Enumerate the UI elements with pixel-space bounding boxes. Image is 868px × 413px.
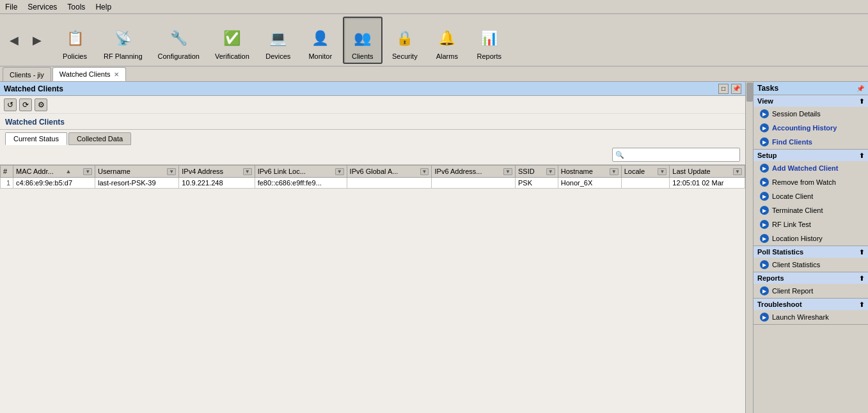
col-sort-mac[interactable]: ▲ <box>65 168 71 175</box>
section-item-locate-client[interactable]: ▶Locate Client <box>754 189 868 203</box>
section-item-session-details[interactable]: ▶Session Details <box>754 107 868 121</box>
section-collapse-reports[interactable]: ⬆ <box>859 275 864 282</box>
toolbar-btn-verification[interactable]: ✅ Verification <box>209 17 256 64</box>
section-label-poll-statistics: Poll Statistics <box>757 248 803 256</box>
policies-icon: 📋 <box>63 27 86 50</box>
settings-button[interactable]: ⚙ <box>35 98 47 111</box>
panel-maximize-button[interactable]: □ <box>718 84 729 94</box>
col-ipv6link[interactable]: IPv6 Link Loc...▼ <box>255 166 347 178</box>
section-collapse-troubleshoot[interactable]: ⬆ <box>859 301 864 308</box>
section-item-find-clients[interactable]: ▶Find Clients <box>754 135 868 149</box>
col-username[interactable]: Username▼ <box>95 166 179 178</box>
reload-button[interactable]: ⟳ <box>19 98 32 111</box>
item-label-session-details: Session Details <box>772 110 821 118</box>
scrollbar-thumb[interactable] <box>746 82 753 102</box>
col-dropdown-lastupdate[interactable]: ▼ <box>733 168 742 175</box>
item-label-add-watched-client: Add Watched Client <box>772 164 838 172</box>
menu-services[interactable]: Services <box>22 1 62 13</box>
policies-label: Policies <box>63 52 87 60</box>
alarms-label: Alarms <box>436 52 458 60</box>
col-dropdown-ipv6addr[interactable]: ▼ <box>503 168 512 175</box>
col-dropdown-ipv6link[interactable]: ▼ <box>335 168 344 175</box>
col-dropdown-ipv6global[interactable]: ▼ <box>420 168 429 175</box>
toolbar-btn-devices[interactable]: 💻 Devices <box>258 17 298 64</box>
refresh-button[interactable]: ↺ <box>4 98 17 111</box>
item-icon-terminate-client: ▶ <box>760 206 769 215</box>
section-item-rf-link-test[interactable]: ▶RF Link Test <box>754 217 868 231</box>
section-troubleshoot: Troubleshoot⬆▶Launch Wireshark <box>754 299 868 325</box>
cell-ipv6addr <box>432 178 515 189</box>
search-input[interactable] <box>612 148 740 162</box>
section-item-accounting-history[interactable]: ▶Accounting History <box>754 121 868 135</box>
col-dropdown-locale[interactable]: ▼ <box>658 168 667 175</box>
col-ipv4[interactable]: IPv4 Address▼ <box>179 166 255 178</box>
item-icon-remove-from-watch: ▶ <box>760 178 769 187</box>
menu-file[interactable]: File <box>0 1 22 13</box>
item-label-remove-from-watch: Remove from Watch <box>772 178 836 186</box>
toolbar-btn-security[interactable]: 🔒 Security <box>385 17 425 64</box>
section-collapse-poll-statistics[interactable]: ⬆ <box>859 249 864 256</box>
section-item-add-watched-client[interactable]: ▶Add Watched Client <box>754 161 868 175</box>
search-row <box>0 145 745 164</box>
table-row[interactable]: 1c4:86:e9:9e:b5:d7last-resort-PSK-3910.9… <box>1 178 745 189</box>
col-lastupdate[interactable]: Last Update▼ <box>670 166 745 178</box>
panel-pin-button[interactable]: 📌 <box>731 84 741 94</box>
col-locale[interactable]: Locale▼ <box>621 166 670 178</box>
right-panel-pin[interactable]: 📌 <box>856 85 864 92</box>
toolbar-btn-configuration[interactable]: 🔧 Configuration <box>152 17 206 64</box>
section-view: View⬆▶Session Details▶Accounting History… <box>754 95 868 150</box>
col-num[interactable]: # <box>1 166 13 178</box>
section-item-client-report[interactable]: ▶Client Report <box>754 284 868 298</box>
main-layout: Watched Clients □ 📌 ↺ ⟳ ⚙ Watched Client… <box>0 82 868 413</box>
tab-close-watched-clients[interactable]: ✕ <box>114 71 119 78</box>
scrollbar-area[interactable] <box>745 82 753 413</box>
col-ipv6addr[interactable]: IPv6 Address...▼ <box>432 166 515 178</box>
section-item-terminate-client[interactable]: ▶Terminate Client <box>754 203 868 217</box>
data-table-wrap[interactable]: #MAC Addr...▲▼Username▼IPv4 Address▼IPv6… <box>0 164 745 413</box>
section-header-troubleshoot[interactable]: Troubleshoot⬆ <box>754 299 868 310</box>
section-collapse-setup[interactable]: ⬆ <box>859 152 864 159</box>
section-collapse-view[interactable]: ⬆ <box>859 98 864 105</box>
toolbar-btn-rfplanning[interactable]: 📡 RF Planning <box>97 17 149 64</box>
menu-help[interactable]: Help <box>90 1 116 13</box>
col-mac[interactable]: MAC Addr...▲▼ <box>13 166 95 178</box>
col-dropdown-ipv4[interactable]: ▼ <box>243 168 252 175</box>
col-ipv6global[interactable]: IPv6 Global A...▼ <box>347 166 432 178</box>
tab-collected-data[interactable]: Collected Data <box>68 132 131 145</box>
right-panel-title: Tasks <box>757 84 778 93</box>
col-ssid[interactable]: SSID▼ <box>515 166 558 178</box>
col-dropdown-username[interactable]: ▼ <box>167 168 176 175</box>
section-item-client-statistics[interactable]: ▶Client Statistics <box>754 258 868 272</box>
col-hostname[interactable]: Hostname▼ <box>558 166 621 178</box>
toolbar-btn-clients[interactable]: 👥 Clients <box>343 17 383 64</box>
item-icon-rf-link-test: ▶ <box>760 220 769 229</box>
toolbar-btn-reports[interactable]: 📊 Reports <box>470 17 509 64</box>
col-dropdown-ssid[interactable]: ▼ <box>546 168 555 175</box>
item-icon-client-report: ▶ <box>760 286 769 295</box>
panel-title: Watched Clients <box>4 84 63 93</box>
alarms-icon: 🔔 <box>436 27 459 50</box>
section-item-remove-from-watch[interactable]: ▶Remove from Watch <box>754 175 868 189</box>
item-icon-add-watched-client: ▶ <box>760 164 769 173</box>
tab-current-status[interactable]: Current Status <box>5 132 67 145</box>
toolbar-btn-policies[interactable]: 📋 Policies <box>55 17 95 64</box>
col-dropdown-hostname[interactable]: ▼ <box>610 168 619 175</box>
toolbar-btn-monitor[interactable]: 👤 Monitor <box>301 17 340 64</box>
forward-button[interactable]: ▶ <box>27 30 47 51</box>
section-header-view[interactable]: View⬆ <box>754 95 868 107</box>
section-header-setup[interactable]: Setup⬆ <box>754 150 868 161</box>
cell-ipv6link: fe80::c686:e9ff:fe9... <box>255 178 347 189</box>
section-header-reports[interactable]: Reports⬆ <box>754 272 868 284</box>
tab-clients-jiy[interactable]: Clients - jiy <box>3 67 51 81</box>
section-item-launch-wireshark[interactable]: ▶Launch Wireshark <box>754 310 868 324</box>
col-dropdown-mac[interactable]: ▼ <box>83 168 92 175</box>
menu-tools[interactable]: Tools <box>62 1 90 13</box>
item-icon-location-history: ▶ <box>760 234 769 243</box>
back-button[interactable]: ◀ <box>4 30 24 51</box>
item-label-terminate-client: Terminate Client <box>772 207 823 214</box>
tab-watched-clients[interactable]: Watched Clients✕ <box>52 67 127 81</box>
panel-controls: □ 📌 <box>718 84 741 94</box>
section-header-poll-statistics[interactable]: Poll Statistics⬆ <box>754 246 868 258</box>
section-item-location-history[interactable]: ▶Location History <box>754 231 868 245</box>
toolbar-btn-alarms[interactable]: 🔔 Alarms <box>427 17 467 64</box>
